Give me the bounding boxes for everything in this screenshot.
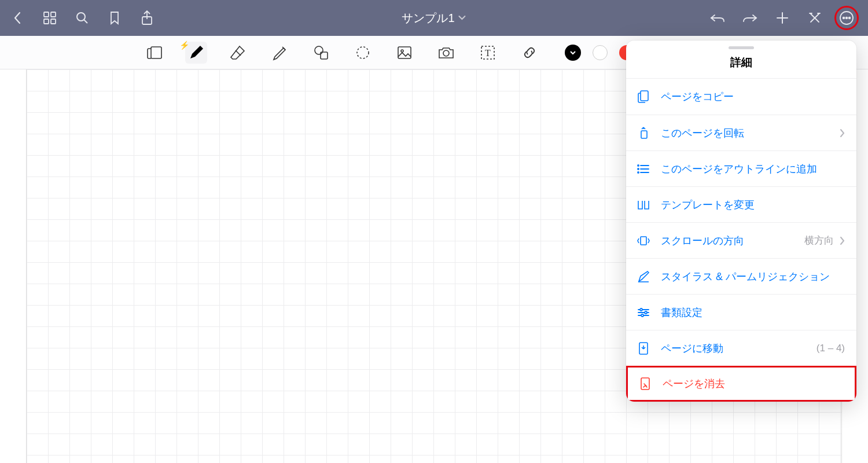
thumbnails-button[interactable]	[42, 10, 58, 26]
outline-icon	[637, 164, 650, 174]
menu-stylus-palm[interactable]: スタイラス & パームリジェクション	[626, 258, 856, 294]
svg-point-37	[645, 311, 647, 314]
svg-point-20	[443, 50, 449, 56]
menu-document-settings-label: 書類設定	[661, 306, 845, 319]
svg-rect-13	[151, 47, 161, 58]
bluetooth-icon: ⚡	[179, 41, 189, 50]
svg-point-15	[315, 46, 323, 54]
svg-point-28	[638, 165, 639, 166]
chevron-right-icon	[840, 236, 845, 245]
scroll-direction-value: 横方向	[804, 234, 834, 247]
more-button-highlight	[834, 6, 859, 30]
close-edit-button[interactable]	[807, 10, 823, 26]
menu-scroll-direction[interactable]: スクロールの方向 横方向	[626, 222, 856, 258]
goto-page-icon	[637, 341, 650, 355]
add-page-button[interactable]	[774, 10, 790, 26]
share-button[interactable]	[139, 10, 155, 26]
goto-page-range: (1 – 4)	[816, 343, 845, 354]
document-title: サンプル1	[402, 10, 454, 26]
svg-rect-23	[641, 91, 648, 101]
menu-goto-page-label: ページに移動	[661, 341, 806, 355]
svg-point-10	[843, 17, 845, 19]
menu-add-outline-label: このページをアウトラインに追加	[661, 162, 845, 176]
redo-button[interactable]	[742, 10, 758, 26]
highlighter-tool[interactable]	[269, 42, 290, 64]
color-swatch-group	[565, 45, 634, 61]
undo-button[interactable]	[709, 10, 726, 26]
menu-document-settings[interactable]: 書類設定	[626, 294, 856, 330]
template-icon	[637, 199, 650, 211]
menu-clear-page[interactable]: ページを消去	[626, 366, 856, 402]
shapes-tool[interactable]	[310, 42, 332, 64]
page-view-tool[interactable]	[144, 42, 165, 64]
menu-rotate-page[interactable]: このページを回転	[626, 115, 856, 150]
image-tool[interactable]	[393, 42, 415, 64]
menu-rotate-page-label: このページを回転	[661, 126, 829, 140]
svg-text:T: T	[485, 48, 491, 58]
top-navigation-bar: サンプル1	[0, 0, 868, 36]
menu-change-template-label: テンプレートを変更	[661, 198, 845, 212]
svg-point-17	[357, 47, 369, 58]
settings-sliders-icon	[637, 307, 650, 318]
swatch-expand-button[interactable]	[565, 45, 581, 61]
svg-rect-1	[51, 12, 56, 17]
menu-clear-page-label: ページを消去	[663, 377, 843, 391]
chevron-down-icon	[458, 15, 466, 21]
lasso-tool[interactable]	[352, 42, 374, 64]
svg-rect-2	[44, 19, 49, 24]
menu-goto-page[interactable]: ページに移動 (1 – 4)	[626, 330, 856, 366]
swatch-white[interactable]	[593, 45, 608, 60]
svg-rect-24	[641, 131, 647, 138]
svg-line-5	[84, 20, 88, 24]
popover-title: 詳細	[626, 53, 856, 78]
eraser-tool[interactable]	[227, 42, 249, 64]
svg-point-11	[846, 17, 848, 19]
details-popover: 詳細 ページをコピー このページを回転 このページをアウトラインに追加	[626, 41, 856, 402]
more-button[interactable]	[838, 10, 855, 26]
svg-point-19	[401, 50, 403, 52]
svg-rect-3	[51, 19, 56, 24]
menu-stylus-palm-label: スタイラス & パームリジェクション	[661, 270, 845, 284]
clear-page-icon	[638, 377, 652, 391]
svg-point-30	[638, 172, 639, 173]
svg-rect-31	[641, 237, 646, 245]
svg-line-14	[236, 50, 241, 56]
link-tool[interactable]	[518, 42, 540, 64]
rotate-icon	[637, 127, 650, 139]
pen-tool[interactable]: ⚡	[185, 42, 207, 64]
svg-point-29	[638, 168, 639, 170]
copy-page-icon	[637, 90, 650, 104]
scroll-icon	[637, 234, 650, 247]
bookmark-button[interactable]	[106, 10, 123, 26]
stylus-icon	[637, 270, 650, 283]
back-button[interactable]	[9, 10, 25, 26]
svg-rect-18	[398, 47, 411, 58]
chevron-right-icon	[840, 128, 845, 138]
svg-point-36	[640, 308, 642, 311]
menu-change-template[interactable]: テンプレートを変更	[626, 186, 856, 222]
camera-tool[interactable]	[435, 42, 457, 64]
menu-copy-page-label: ページをコピー	[661, 90, 845, 104]
svg-rect-40	[641, 378, 649, 389]
menu-scroll-direction-label: スクロールの方向	[661, 234, 794, 248]
menu-add-outline[interactable]: このページをアウトラインに追加	[626, 150, 856, 186]
svg-rect-0	[44, 12, 49, 17]
svg-point-4	[77, 13, 85, 21]
document-title-button[interactable]: サンプル1	[402, 10, 466, 26]
popover-grabber[interactable]	[729, 46, 754, 49]
text-tool[interactable]: T	[477, 42, 499, 64]
menu-copy-page[interactable]: ページをコピー	[626, 79, 856, 115]
search-button[interactable]	[74, 10, 90, 26]
svg-point-38	[641, 314, 643, 317]
svg-point-12	[849, 17, 851, 19]
